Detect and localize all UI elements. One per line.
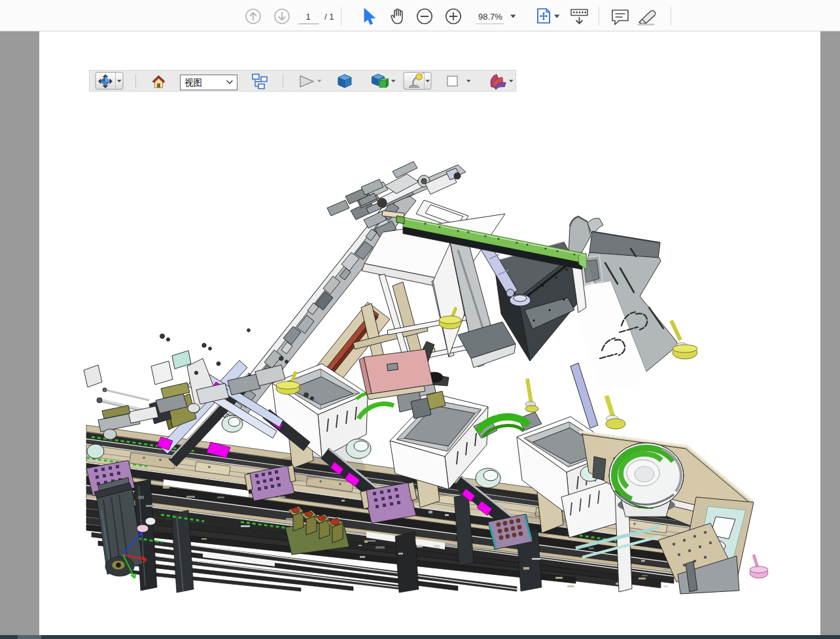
svg-text:/ 1: / 1 bbox=[324, 12, 334, 22]
svg-text:1: 1 bbox=[306, 12, 310, 22]
svg-text:98.7%: 98.7% bbox=[478, 12, 502, 22]
svg-text:视图: 视图 bbox=[184, 78, 202, 88]
